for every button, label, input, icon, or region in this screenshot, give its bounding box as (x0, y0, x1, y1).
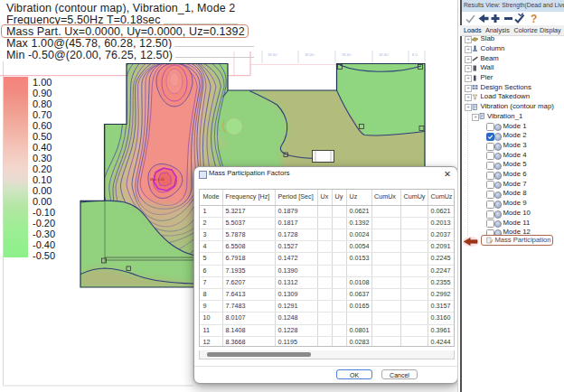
svg-text:Max: 1.00: Max: 1.00 (150, 178, 164, 182)
svg-text:18.00: 18.00 (379, 52, 389, 57)
svg-text:?: ? (531, 13, 537, 25)
svg-text:18.00: 18.00 (342, 52, 352, 57)
svg-text:18.00: 18.00 (305, 52, 315, 57)
svg-text:8.0: 8.0 (412, 52, 418, 57)
svg-text:Min: -0.50: Min: -0.50 (90, 123, 105, 126)
svg-text:18.00: 18.00 (268, 52, 277, 57)
